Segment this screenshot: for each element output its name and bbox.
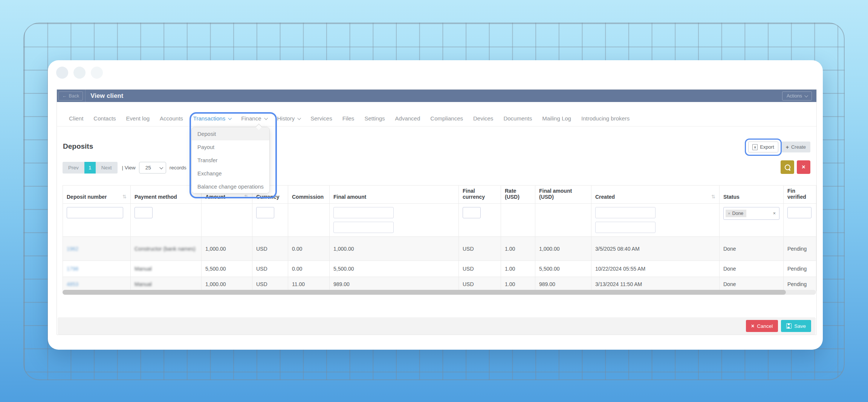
table-row[interactable]: 4853 Manual 1,000.00 USD 11.00 989.00 US… — [63, 277, 816, 291]
chevron-down-icon — [228, 116, 232, 120]
filter-status-multiselect[interactable]: ×Done × — [723, 207, 779, 220]
tab-files[interactable]: Files — [342, 115, 355, 122]
currency-value: USD — [252, 237, 288, 261]
page-size-value: 25 — [145, 165, 151, 171]
export-button[interactable]: x Export — [748, 142, 778, 152]
menu-item-transfer[interactable]: Transfer — [192, 154, 269, 167]
sort-icon[interactable]: ⇅ — [122, 194, 127, 199]
tab-accounts[interactable]: Accounts — [160, 115, 183, 122]
sort-icon[interactable]: ⇅ — [244, 194, 248, 199]
save-button[interactable]: Save — [781, 320, 811, 332]
records-label: records — [170, 165, 186, 171]
current-page-button[interactable]: 1 — [84, 162, 96, 174]
tab-devices[interactable]: Devices — [473, 115, 493, 122]
final-currency-value: USD — [459, 237, 501, 261]
column-header-rate-usd[interactable]: Rate (USD) — [501, 186, 535, 204]
tab-history[interactable]: History — [277, 115, 301, 122]
filter-payment-method-input[interactable] — [134, 207, 153, 218]
apply-filters-button[interactable] — [781, 160, 794, 174]
fin-verified-value: Pending — [784, 237, 816, 261]
column-header-final-currency[interactable]: Final currency — [459, 186, 501, 204]
clear-status-filter-icon[interactable]: × — [773, 211, 776, 216]
create-button[interactable]: + Create — [781, 142, 810, 152]
filter-deposit-number-input[interactable] — [67, 207, 123, 218]
tab-settings[interactable]: Settings — [364, 115, 385, 122]
actions-button[interactable]: Actions — [782, 91, 812, 100]
form-footer: × Cancel Save — [58, 317, 816, 335]
filter-final-amount-from-input[interactable] — [333, 207, 394, 218]
fin-verified-value: Pending — [784, 277, 816, 291]
actions-button-label: Actions — [787, 93, 802, 99]
menu-item-balance-change-operations[interactable]: Balance change operations — [192, 180, 269, 193]
tab-documents[interactable]: Documents — [503, 115, 532, 122]
column-header-fin-verified[interactable]: Fin verified — [784, 186, 816, 204]
view-label: | View — [122, 165, 136, 171]
page-size-select[interactable]: 25 — [139, 162, 166, 174]
clear-filters-button[interactable]: × — [797, 160, 810, 174]
column-header-status[interactable]: Status — [720, 186, 784, 204]
window-control-dot[interactable] — [73, 67, 86, 79]
status-value: Done — [720, 237, 784, 261]
created-value: 3/13/2024 11:50 AM — [591, 277, 720, 291]
horizontal-scrollbar-thumb[interactable] — [63, 290, 786, 295]
horizontal-scrollbar-track[interactable] — [63, 290, 816, 295]
tab-event-log[interactable]: Event log — [126, 115, 150, 122]
menu-item-payout[interactable]: Payout — [192, 140, 269, 154]
filter-currency-input[interactable] — [256, 207, 274, 218]
window-control-dot[interactable] — [91, 67, 103, 79]
tab-compliances[interactable]: Compliances — [430, 115, 463, 122]
tab-contacts[interactable]: Contacts — [93, 115, 116, 122]
back-button-label: Back — [69, 93, 79, 99]
create-button-label: Create — [791, 144, 806, 150]
header-divider — [85, 90, 86, 102]
table-row[interactable]: 1798 Manual 5,500.00 USD 0.00 5,500.00 U… — [63, 261, 816, 277]
final-amount-value: 989.00 — [330, 277, 459, 291]
column-header-created[interactable]: ⇅Created — [591, 186, 720, 204]
filter-final-currency-input[interactable] — [463, 207, 481, 218]
deposit-number-link[interactable]: 1798 — [67, 266, 78, 272]
sort-icon[interactable]: ⇅ — [711, 194, 715, 199]
menu-item-exchange[interactable]: Exchange — [192, 167, 269, 180]
cancel-button[interactable]: × Cancel — [746, 320, 778, 332]
final-amount-usd-value: 1,000.00 — [535, 237, 591, 261]
excel-file-icon: x — [752, 144, 758, 150]
final-currency-value: USD — [459, 277, 501, 291]
final-amount-value: 1,000.00 — [330, 237, 459, 261]
deposit-number-link[interactable]: 1962 — [67, 246, 78, 252]
next-page-button[interactable]: Next — [96, 162, 118, 174]
filter-fin-verified-input[interactable] — [787, 207, 811, 218]
chevron-down-icon — [297, 116, 301, 120]
table-filter-row: ×Done × — [63, 204, 816, 237]
table-row[interactable]: 1962 Constructor (bank names) 1,000.00 U… — [63, 237, 816, 261]
filter-final-amount-to-input[interactable] — [333, 222, 394, 233]
tab-finance[interactable]: Finance — [241, 115, 267, 122]
window-control-dot[interactable] — [56, 67, 68, 79]
tab-advanced[interactable]: Advanced — [395, 115, 420, 122]
column-header-final-amount-usd[interactable]: Final amount (USD) — [535, 186, 591, 204]
column-header-payment-method[interactable]: Payment method — [131, 186, 202, 204]
deposit-number-link[interactable]: 4853 — [67, 281, 78, 287]
created-value: 10/22/2024 05:55 AM — [591, 261, 720, 277]
chevron-down-icon — [264, 116, 268, 120]
column-header-commission[interactable]: Commission — [288, 186, 330, 204]
status-filter-tag-label: Done — [732, 211, 743, 216]
plus-icon: + — [786, 144, 789, 150]
filter-created-from-input[interactable] — [595, 207, 656, 218]
close-icon: × — [751, 323, 754, 329]
rate-usd-value: 1.00 — [501, 261, 535, 277]
transactions-dropdown-menu: Deposit Payout Transfer Exchange Balance… — [191, 127, 270, 193]
column-header-deposit-number[interactable]: ⇅Deposit number — [63, 186, 131, 204]
prev-page-button[interactable]: Prev — [63, 162, 84, 174]
tab-mailing-log[interactable]: Mailing Log — [542, 115, 571, 122]
amount-value: 1,000.00 — [202, 237, 252, 261]
tab-introducing-brokers[interactable]: Introducing brokers — [581, 115, 630, 122]
tab-services[interactable]: Services — [310, 115, 332, 122]
tab-client[interactable]: Client — [69, 115, 83, 122]
filter-created-to-input[interactable] — [595, 222, 656, 233]
status-value: Done — [720, 277, 784, 291]
column-header-final-amount[interactable]: Final amount — [330, 186, 459, 204]
tab-transactions[interactable]: Transactions — [193, 115, 231, 122]
deposits-heading: Deposits — [63, 142, 93, 151]
remove-tag-icon[interactable]: × — [728, 211, 730, 216]
back-button[interactable]: ← Back — [58, 91, 83, 100]
